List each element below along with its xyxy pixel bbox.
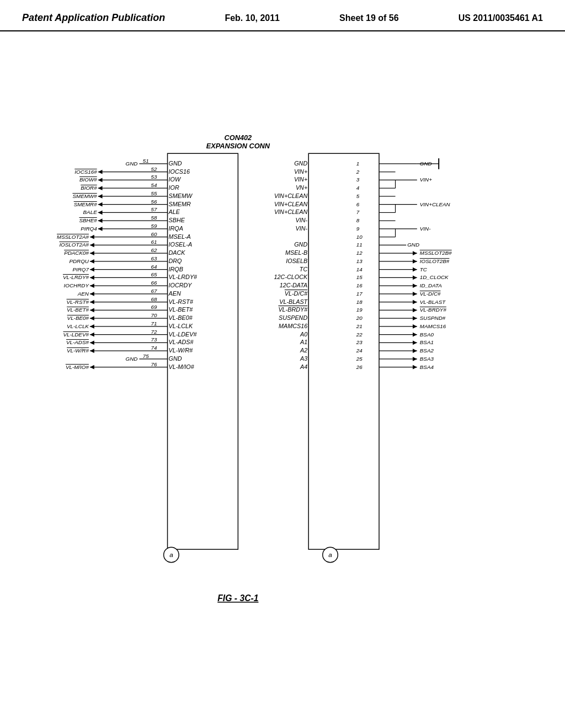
svg-marker-109	[90, 333, 94, 337]
svg-text:MAMCS16: MAMCS16	[420, 323, 446, 329]
svg-text:55: 55	[151, 190, 157, 196]
svg-text:BSA3: BSA3	[420, 356, 434, 362]
svg-text:MSEL-B: MSEL-B	[285, 249, 307, 256]
svg-text:8: 8	[356, 217, 360, 223]
svg-text:17: 17	[356, 291, 363, 297]
svg-text:12: 12	[356, 250, 363, 256]
svg-text:4: 4	[356, 185, 360, 191]
svg-text:67: 67	[151, 288, 157, 294]
svg-rect-133	[308, 153, 379, 549]
svg-text:PIRQ7: PIRQ7	[72, 266, 89, 272]
svg-text:IRQA: IRQA	[169, 225, 183, 232]
svg-marker-237	[413, 349, 417, 353]
svg-text:IOSELB: IOSELB	[286, 258, 307, 264]
svg-text:3: 3	[356, 177, 360, 183]
svg-text:VL-BLAST: VL-BLAST	[279, 298, 308, 305]
diagram-area: CON402 EXPANSION CONN GND 51 GND IOCS16#…	[0, 31, 565, 682]
publication-date: Feb. 10, 2011	[225, 11, 280, 23]
svg-marker-84	[90, 292, 94, 296]
svg-marker-217	[413, 316, 417, 320]
svg-text:GND: GND	[169, 355, 182, 362]
patent-number: US 2011/0035461 A1	[459, 11, 543, 23]
svg-marker-104	[90, 324, 94, 329]
svg-text:75: 75	[143, 353, 149, 359]
svg-text:A1: A1	[300, 339, 307, 346]
svg-text:A4: A4	[300, 363, 307, 370]
svg-text:VL-LCLK: VL-LCLK	[169, 323, 194, 329]
svg-text:26: 26	[356, 364, 363, 370]
svg-text:A0: A0	[300, 331, 307, 338]
svg-text:AEN: AEN	[168, 290, 181, 297]
svg-text:VIN+CLEAN: VIN+CLEAN	[274, 209, 308, 216]
svg-text:VN+: VN+	[296, 184, 307, 191]
svg-text:EXPANSION CONN: EXPANSION CONN	[206, 142, 270, 151]
svg-text:54: 54	[151, 182, 157, 188]
svg-text:59: 59	[151, 223, 157, 229]
svg-text:VL-LCLK: VL-LCLK	[67, 323, 89, 329]
svg-text:14: 14	[356, 266, 363, 272]
svg-text:MSSLOT2B#: MSSLOT2B#	[420, 250, 452, 256]
svg-marker-79	[90, 283, 94, 288]
svg-text:VIN+CLEAN: VIN+CLEAN	[420, 201, 451, 207]
svg-text:GND: GND	[169, 160, 182, 167]
svg-text:53: 53	[151, 174, 157, 180]
svg-marker-34	[98, 211, 103, 215]
svg-text:FIG - 3C-1: FIG - 3C-1	[217, 593, 258, 603]
svg-text:69: 69	[151, 304, 157, 311]
svg-text:VL-W/R#: VL-W/R#	[67, 347, 89, 354]
svg-text:20: 20	[356, 315, 363, 321]
svg-text:VL-BE0#: VL-BE0#	[67, 315, 89, 321]
svg-text:MAMCS16: MAMCS16	[279, 323, 307, 329]
svg-text:BIOW#: BIOW#	[79, 177, 97, 183]
svg-text:61: 61	[151, 239, 157, 245]
svg-text:VL-M/IO#: VL-M/IO#	[169, 363, 195, 370]
svg-text:BIOR#: BIOR#	[81, 185, 97, 191]
svg-text:VL-BLAST: VL-BLAST	[420, 299, 446, 305]
svg-text:VL-ADS#: VL-ADS#	[169, 339, 194, 346]
svg-text:52: 52	[151, 166, 157, 172]
svg-marker-202	[413, 292, 417, 296]
svg-marker-59	[90, 251, 94, 255]
svg-text:73: 73	[151, 337, 157, 343]
publication-title: Patent Application Publication	[22, 11, 165, 25]
svg-text:GND: GND	[407, 242, 419, 248]
svg-text:SUSPEND: SUSPEND	[279, 314, 307, 321]
svg-text:PDRQU: PDRQU	[69, 258, 89, 264]
svg-marker-197	[413, 283, 417, 288]
svg-text:VL-RST#: VL-RST#	[67, 299, 89, 305]
svg-text:GND: GND	[294, 242, 307, 248]
svg-text:57: 57	[151, 207, 157, 213]
svg-text:A3: A3	[300, 355, 307, 362]
svg-marker-247	[413, 365, 417, 370]
svg-text:CON402: CON402	[225, 133, 252, 142]
svg-text:5: 5	[356, 193, 360, 199]
svg-marker-222	[413, 324, 417, 329]
svg-marker-64	[90, 259, 94, 264]
svg-text:63: 63	[151, 255, 157, 261]
svg-text:56: 56	[151, 199, 157, 205]
svg-text:BSA2: BSA2	[420, 347, 434, 354]
svg-text:ID_DATA: ID_DATA	[420, 282, 442, 288]
svg-text:BALE: BALE	[83, 210, 98, 216]
svg-text:IOCHRDY: IOCHRDY	[64, 282, 90, 288]
svg-text:PIRQ4: PIRQ4	[81, 226, 97, 232]
svg-text:DACK: DACK	[169, 249, 186, 256]
svg-marker-69	[90, 267, 94, 272]
svg-text:VIN-: VIN-	[420, 226, 431, 232]
svg-text:PDACK0#: PDACK0#	[64, 250, 89, 256]
svg-text:6: 6	[356, 201, 360, 207]
svg-text:ALE: ALE	[168, 209, 180, 216]
svg-text:A2: A2	[300, 347, 307, 354]
svg-text:10: 10	[356, 234, 363, 240]
svg-marker-227	[413, 333, 417, 337]
svg-text:VL-BRDY#: VL-BRDY#	[278, 307, 308, 313]
svg-text:16: 16	[356, 282, 363, 288]
svg-text:18: 18	[356, 299, 363, 305]
svg-text:1: 1	[356, 160, 359, 167]
svg-text:60: 60	[151, 231, 157, 237]
svg-marker-242	[413, 357, 417, 361]
svg-text:VL-LDEV#: VL-LDEV#	[169, 331, 198, 338]
svg-text:SMEMW#: SMEMW#	[72, 193, 97, 199]
svg-text:68: 68	[151, 296, 157, 302]
svg-text:22: 22	[356, 331, 363, 338]
